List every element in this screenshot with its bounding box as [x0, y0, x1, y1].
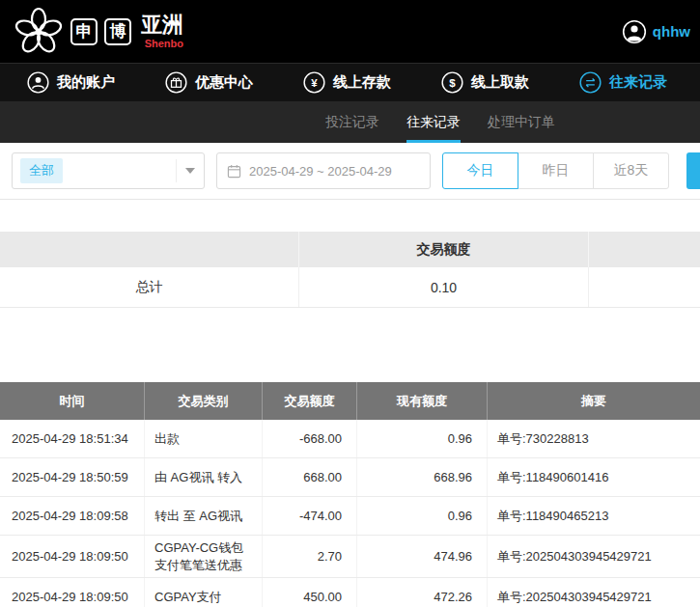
- summary-table: 交易额度 总计 0.10: [0, 232, 700, 308]
- deposit-icon: ¥: [303, 71, 325, 94]
- table-row: 2025-04-29 18:51:34 出款 -668.00 0.96 单号:7…: [0, 420, 700, 458]
- cell-time: 2025-04-29 18:50:59: [0, 458, 145, 496]
- nav-item-records[interactable]: 往来记录: [579, 71, 667, 94]
- cell-time: 2025-04-29 18:51:34: [0, 420, 145, 457]
- summary-header-cut: [589, 232, 700, 267]
- nav-item-withdraw[interactable]: $ 线上取款: [441, 71, 529, 94]
- cell-amount: 668.00: [263, 458, 357, 496]
- quick-date-group: 今日 昨日 近8天: [442, 152, 669, 189]
- cell-category: 转出 至 AG视讯: [145, 497, 263, 535]
- cell-balance: 668.96: [357, 458, 488, 496]
- logo-region-text: 亚洲: [141, 14, 183, 36]
- cell-memo: 单号:202504303945429721: [488, 578, 700, 607]
- summary-header-empty: [0, 232, 299, 267]
- cell-memo: 单号:118490465213: [488, 497, 700, 535]
- cell-amount: 450.00: [263, 578, 357, 607]
- nav-label: 优惠中心: [195, 73, 253, 92]
- tab-bet-records[interactable]: 投注记录: [325, 101, 379, 143]
- calendar-icon: [227, 164, 241, 179]
- cell-balance: 472.26: [357, 578, 488, 607]
- date-range-input[interactable]: 2025-04-29 ~ 2025-04-29: [216, 152, 431, 189]
- yesterday-button[interactable]: 昨日: [518, 152, 594, 189]
- logo-text-column: 亚洲 Shenbo: [141, 14, 183, 48]
- summary-total-value: 0.10: [299, 267, 589, 307]
- cell-balance: 0.96: [357, 420, 488, 457]
- cell-amount: 2.70: [263, 536, 357, 577]
- cell-time: 2025-04-29 18:09:50: [0, 536, 145, 577]
- transactions-body: 2025-04-29 18:51:34 出款 -668.00 0.96 单号:7…: [0, 420, 700, 607]
- logo-sub-text: Shenbo: [145, 39, 183, 49]
- cell-balance: 0.96: [357, 497, 488, 535]
- record-subtabs: 投注记录 往来记录 处理中订单: [0, 101, 700, 143]
- summary-header-row: 交易额度: [0, 232, 700, 267]
- user-account-area[interactable]: qhhw: [622, 19, 690, 44]
- today-button[interactable]: 今日: [442, 152, 518, 189]
- nav-label: 线上取款: [471, 73, 529, 92]
- date-range-text: 2025-04-29 ~ 2025-04-29: [249, 164, 392, 179]
- summary-total-cut: [589, 267, 700, 307]
- logo-char-box-2: 博: [104, 18, 131, 45]
- col-header-category: 交易类别: [145, 382, 263, 420]
- username-text: qhhw: [653, 23, 690, 40]
- cell-time: 2025-04-29 18:09:50: [0, 578, 145, 607]
- cell-amount: -474.00: [263, 497, 357, 535]
- cell-memo: 单号:118490601416: [488, 458, 700, 496]
- table-row: 2025-04-29 18:50:59 由 AG视讯 转入 668.00 668…: [0, 458, 700, 497]
- logo-char-box-1: 申: [70, 18, 98, 45]
- account-icon: [27, 71, 49, 94]
- records-icon: [579, 71, 602, 94]
- cell-memo: 单号:730228813: [488, 420, 700, 457]
- tab-pending-orders[interactable]: 处理中订单: [488, 101, 555, 143]
- search-button[interactable]: [686, 152, 700, 189]
- cell-time: 2025-04-29 18:09:58: [0, 497, 145, 535]
- type-select[interactable]: 全部: [12, 152, 205, 189]
- nav-label: 线上存款: [333, 73, 391, 92]
- summary-total-label: 总计: [0, 267, 299, 307]
- table-row: 2025-04-29 18:09:50 CGPAY支付 450.00 472.2…: [0, 578, 700, 607]
- chevron-down-icon: [185, 168, 195, 174]
- last-8-days-button[interactable]: 近8天: [593, 152, 669, 189]
- svg-text:¥: ¥: [311, 77, 318, 89]
- cell-category: 出款: [145, 420, 263, 457]
- main-nav: 我的账户 优惠中心 ¥ 线上存款 $ 线上取款 往来记录: [0, 63, 700, 101]
- col-header-amount: 交易额度: [263, 382, 357, 420]
- user-avatar-icon: [622, 19, 647, 44]
- summary-total-row: 总计 0.10: [0, 267, 700, 308]
- transactions-table: 时间 交易类别 交易额度 现有额度 摘要 2025-04-29 18:51:34…: [0, 382, 700, 607]
- cell-balance: 474.96: [357, 536, 488, 577]
- cell-category: CGPAY支付: [145, 578, 263, 607]
- cell-memo: 单号:202504303945429721: [488, 536, 700, 577]
- nav-item-deposit[interactable]: ¥ 线上存款: [303, 71, 391, 94]
- caret-wrap: [176, 159, 195, 182]
- col-header-memo: 摘要: [488, 382, 700, 420]
- transactions-header-row: 时间 交易类别 交易额度 现有额度 摘要: [0, 382, 700, 420]
- cell-amount: -668.00: [263, 420, 357, 457]
- cell-category: CGPAY-CG钱包支付笔笔送优惠: [145, 536, 263, 577]
- withdraw-icon: $: [441, 71, 463, 94]
- nav-item-my-account[interactable]: 我的账户: [27, 71, 115, 94]
- cell-category: 由 AG视讯 转入: [145, 458, 263, 496]
- table-row: 2025-04-29 18:09:58 转出 至 AG视讯 -474.00 0.…: [0, 497, 700, 536]
- filter-bar: 全部 2025-04-29 ~ 2025-04-29 今日 昨日 近8天: [0, 143, 700, 200]
- type-selected-chip: 全部: [20, 158, 63, 183]
- table-row: 2025-04-29 18:09:50 CGPAY-CG钱包支付笔笔送优惠 2.…: [0, 536, 700, 578]
- nav-label: 我的账户: [57, 73, 115, 92]
- nav-label: 往来记录: [609, 73, 667, 92]
- brand-logo[interactable]: 申 博 亚洲 Shenbo: [14, 7, 183, 57]
- col-header-balance: 现有额度: [357, 382, 488, 420]
- top-header: 申 博 亚洲 Shenbo qhhw: [0, 0, 700, 63]
- tab-transaction-records[interactable]: 往来记录: [406, 101, 461, 143]
- svg-text:$: $: [449, 77, 456, 89]
- nav-item-promotions[interactable]: 优惠中心: [165, 71, 253, 94]
- summary-header-amount: 交易额度: [299, 232, 589, 267]
- col-header-time: 时间: [0, 382, 145, 420]
- promotions-icon: [165, 71, 187, 94]
- flower-logo-icon: [14, 7, 64, 57]
